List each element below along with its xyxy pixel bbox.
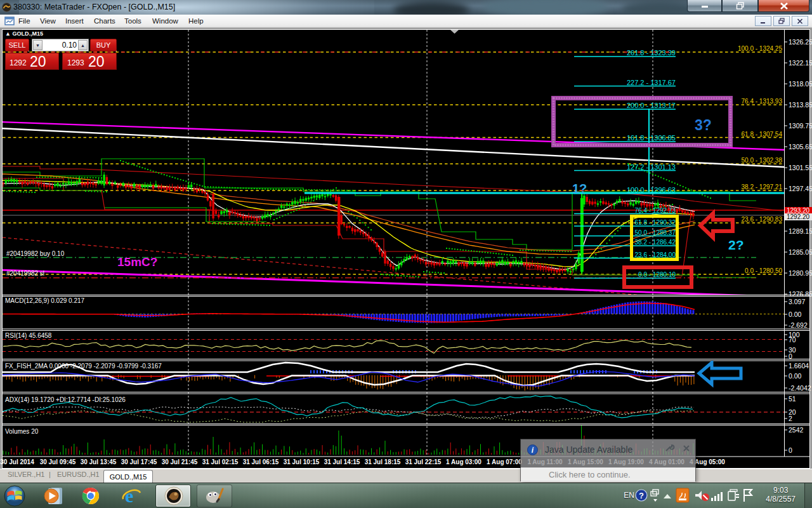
svg-text:100.0 - 1296.63: 100.0 - 1296.63 <box>627 186 676 194</box>
svg-text:#20419982 buy 0.10: #20419982 buy 0.10 <box>6 250 65 257</box>
svg-text:31 Jul 10:15: 31 Jul 10:15 <box>284 458 320 465</box>
svg-text:227.2 - 1317.67: 227.2 - 1317.67 <box>627 79 676 86</box>
svg-text:30 Jul 09:45: 30 Jul 09:45 <box>40 458 76 465</box>
svg-text:23.6 - 1284.00: 23.6 - 1284.00 <box>635 251 676 258</box>
svg-text:3.097: 3.097 <box>789 298 805 305</box>
svg-text:1 Aug 07:00: 1 Aug 07:00 <box>487 458 522 465</box>
svg-text:30 Jul 21:45: 30 Jul 21:45 <box>162 458 198 465</box>
svg-text:70: 70 <box>789 336 796 344</box>
svg-text:50.0 - 1288.37: 50.0 - 1288.37 <box>635 229 676 236</box>
svg-text:2?: 2? <box>728 237 744 252</box>
svg-text:1?: 1? <box>572 182 587 196</box>
svg-text:31 Jul 18:15: 31 Jul 18:15 <box>365 458 401 465</box>
svg-text:-2.692: -2.692 <box>789 321 808 329</box>
svg-text:-2.4042: -2.4042 <box>789 384 811 392</box>
svg-text:1305.65: 1305.65 <box>789 143 812 150</box>
svg-text:0: 0 <box>789 352 792 360</box>
svg-text:30 Jul 17:45: 30 Jul 17:45 <box>121 458 157 465</box>
svg-text:38.2 - 1286.42: 38.2 - 1286.42 <box>635 239 676 246</box>
svg-text:0.0 - 1280.50: 0.0 - 1280.50 <box>745 267 782 274</box>
svg-text:3?: 3? <box>695 117 712 133</box>
svg-text:1301.55: 1301.55 <box>789 164 812 171</box>
svg-text:0.00: 0.00 <box>789 311 802 318</box>
svg-text:51: 51 <box>789 395 796 403</box>
svg-text:1292.20: 1292.20 <box>787 213 810 220</box>
svg-text:2: 2 <box>789 415 792 422</box>
svg-text:31 Jul 06:15: 31 Jul 06:15 <box>243 458 279 465</box>
svg-text:100.0 - 1324.25: 100.0 - 1324.25 <box>738 45 782 52</box>
svg-text:38.2 - 1297.21: 38.2 - 1297.21 <box>742 184 783 190</box>
svg-text:50.0 - 1302.38: 50.0 - 1302.38 <box>742 157 783 164</box>
svg-text:31 Jul 02:15: 31 Jul 02:15 <box>202 458 239 465</box>
svg-text:31 Jul 22:15: 31 Jul 22:15 <box>405 458 442 465</box>
svg-text:61.8 - 1307.54: 61.8 - 1307.54 <box>742 131 783 138</box>
svg-text:1280.95: 1280.95 <box>789 269 812 277</box>
svg-text:1309.75: 1309.75 <box>789 122 812 130</box>
svg-text:0.0 - 1280.10: 0.0 - 1280.10 <box>638 271 676 278</box>
svg-text:FX_FISH_2MA 0.0000 -2.2079 -2.: FX_FISH_2MA 0.0000 -2.2079 -2.2079 -0.97… <box>5 363 162 370</box>
svg-text:Volumes 20: Volumes 20 <box>5 428 39 435</box>
svg-text:MACD(12,26,9) 0.029 0.217: MACD(12,26,9) 0.029 0.217 <box>5 297 85 304</box>
svg-text:1326.25: 1326.25 <box>789 38 812 46</box>
svg-text:1.6604: 1.6604 <box>789 362 809 370</box>
svg-text:161.8 - 1306.85: 161.8 - 1306.85 <box>627 134 676 142</box>
svg-text:200.0 - 1313.17: 200.0 - 1313.17 <box>627 102 676 109</box>
svg-text:ADX(14) 19.1720 +DI:12.7714 -D: ADX(14) 19.1720 +DI:12.7714 -DI:25.1026 <box>5 396 126 403</box>
svg-text:76.4 - 1313.93: 76.4 - 1313.93 <box>742 98 783 105</box>
svg-text:1276.85: 1276.85 <box>789 290 812 298</box>
svg-text:1318.05: 1318.05 <box>789 80 812 88</box>
svg-text:261.8 - 1323.39: 261.8 - 1323.39 <box>627 49 676 57</box>
svg-text:1322.15: 1322.15 <box>789 59 812 67</box>
svg-text:0: 0 <box>789 446 792 454</box>
svg-text:30 Jul 2014: 30 Jul 2014 <box>0 458 34 465</box>
svg-text:15mC?: 15mC? <box>117 255 157 269</box>
svg-text:31 Jul 14:15: 31 Jul 14:15 <box>324 458 360 465</box>
svg-text:76.4 - 1292.73: 76.4 - 1292.73 <box>635 207 676 214</box>
svg-text:1313.85: 1313.85 <box>789 101 812 109</box>
svg-text:2542: 2542 <box>789 426 804 434</box>
svg-text:1297.45: 1297.45 <box>789 185 812 192</box>
svg-text:0.00: 0.00 <box>789 372 802 380</box>
svg-text:127.2 - 1301.13: 127.2 - 1301.13 <box>627 163 676 171</box>
svg-text:?: ? <box>639 491 644 500</box>
svg-text:23.6 - 1290.83: 23.6 - 1290.83 <box>742 216 783 223</box>
svg-text:1 Aug 03:00: 1 Aug 03:00 <box>446 458 481 465</box>
svg-text:e: e <box>125 485 133 506</box>
svg-text:RSI(14) 45.6458: RSI(14) 45.6458 <box>5 332 52 339</box>
svg-text:1285.05: 1285.05 <box>789 248 812 256</box>
svg-text:1289.15: 1289.15 <box>789 227 812 235</box>
svg-text:61.8 - 1290.32: 61.8 - 1290.32 <box>635 219 676 226</box>
svg-text:30 Jul 13:45: 30 Jul 13:45 <box>81 458 117 465</box>
svg-text:#20419982 sl: #20419982 sl <box>6 270 44 277</box>
